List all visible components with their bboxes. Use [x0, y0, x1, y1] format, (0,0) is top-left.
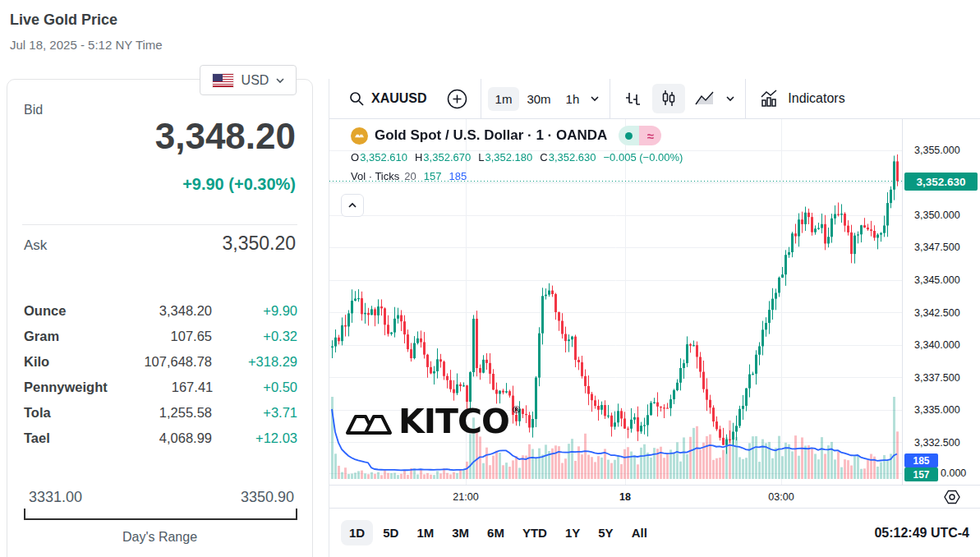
- unit-value: 3,348.20: [105, 303, 212, 319]
- chart-legend: Gold Spot / U.S. Dollar · 1 · OANDA ≈ O3…: [351, 126, 683, 182]
- range-1d-button[interactable]: 1D: [341, 520, 373, 545]
- symbol-search-button[interactable]: XAUUSD: [342, 85, 434, 112]
- settings-hexagon-icon: [943, 488, 961, 506]
- day-range-label: Day's Range: [7, 530, 312, 545]
- kitco-watermark: KITCO ®: [344, 403, 521, 441]
- price-tick: 3,342.500: [914, 307, 960, 319]
- currency-label: USD: [242, 73, 269, 88]
- page-subtitle: Jul 18, 2025 - 5:12 NY Time: [10, 38, 163, 52]
- table-row-kilo: Kilo 107,648.78 +318.29: [24, 349, 297, 375]
- range-toolbar: 1D 5D 1M 3M 6M YTD 1Y 5Y All 05:12:49 UT…: [329, 508, 980, 557]
- bid-value: 3,348.20: [155, 116, 296, 157]
- unit-label: Kilo: [24, 354, 105, 370]
- volume-ma-teal: 157: [424, 170, 442, 182]
- toolbar-divider: [610, 79, 610, 119]
- close-value: 3,352.630: [549, 151, 596, 163]
- range-all-button[interactable]: All: [623, 520, 656, 545]
- price-tick: 3,347.500: [914, 242, 960, 253]
- bid-change: +9.90 (+0.30%): [182, 175, 296, 194]
- unit-change: +9.90: [212, 303, 297, 319]
- chevron-down-icon: [725, 94, 735, 104]
- unit-value: 107,648.78: [105, 354, 212, 370]
- unit-label: Ounce: [24, 303, 105, 319]
- interval-30m-button[interactable]: 30m: [519, 87, 558, 111]
- unit-change: +0.50: [213, 380, 297, 395]
- unit-change: +12.03: [212, 430, 297, 446]
- unit-value: 107.65: [105, 329, 212, 344]
- range-5y-button[interactable]: 5Y: [590, 520, 621, 545]
- approx-price-badge[interactable]: ≈: [639, 126, 661, 145]
- indicators-button[interactable]: Indicators: [752, 84, 851, 113]
- chart-style-bars-button[interactable]: [617, 84, 650, 113]
- volume-param: 20: [404, 170, 416, 182]
- unit-change: +318.29: [212, 354, 297, 370]
- time-axis[interactable]: 21:00 18 03:00: [329, 485, 980, 508]
- range-1y-button[interactable]: 1Y: [557, 520, 588, 545]
- volume-ma-badge-teal: 157: [904, 467, 938, 481]
- last-price-badge: 3,352.630: [904, 173, 978, 191]
- price-tick: 3,332.500: [914, 437, 960, 449]
- range-ytd-button[interactable]: YTD: [514, 520, 555, 545]
- day-range-high: 3350.90: [241, 489, 294, 506]
- price-tick: 3,345.000: [914, 274, 960, 286]
- interval-menu-button[interactable]: [587, 89, 603, 108]
- volume-row: Vol · Ticks20157185: [351, 170, 683, 182]
- range-6m-button[interactable]: 6M: [479, 520, 513, 545]
- plus-circle-icon: [447, 89, 467, 109]
- volume-ma-badge-blue: 185: [904, 453, 938, 467]
- kitco-logo-text: KITCO: [398, 403, 509, 440]
- time-tick: 21:00: [453, 491, 478, 503]
- bid-label: Bid: [24, 103, 43, 117]
- price-tick-zero: 0.000: [941, 467, 966, 479]
- open-value: 3,352.610: [360, 151, 407, 163]
- price-tick: 3,355.000: [914, 145, 960, 156]
- page-title: Live Gold Price: [10, 12, 117, 29]
- bars-style-icon: [623, 89, 643, 108]
- time-tick-day: 18: [619, 491, 631, 503]
- range-5d-button[interactable]: 5D: [375, 520, 407, 545]
- area-style-icon: [694, 89, 715, 108]
- table-row-ounce: Ounce 3,348.20 +9.90: [24, 298, 297, 324]
- range-3m-button[interactable]: 3M: [444, 520, 477, 545]
- compare-add-symbol-button[interactable]: [440, 84, 474, 114]
- unit-label: Gram: [24, 329, 105, 344]
- unit-label: Pennyweight: [24, 380, 108, 395]
- indicators-label: Indicators: [788, 91, 844, 106]
- symbol-name: XAUUSD: [371, 91, 427, 106]
- day-range-low: 3331.00: [29, 489, 82, 506]
- kitco-goldbars-icon: [344, 403, 395, 441]
- collapse-legend-button[interactable]: [341, 194, 364, 217]
- units-table: Ounce 3,348.20 +9.90 Gram 107.65 +0.32 K…: [24, 298, 297, 451]
- change-value: −0.005 (−0.00%): [604, 151, 683, 163]
- chart-module: XAUUSD 1m 30m 1h Indicators: [329, 79, 980, 557]
- quote-card: Bid 3,348.20 +9.90 (+0.30%) Ask 3,350.20…: [7, 79, 313, 557]
- gold-symbol-icon: [351, 127, 368, 145]
- interval-1h-button[interactable]: 1h: [559, 87, 587, 111]
- candles-style-icon: [659, 89, 679, 108]
- currency-selector[interactable]: USD: [200, 65, 297, 95]
- market-status: ≈: [619, 126, 661, 145]
- chart-style-area-button[interactable]: [688, 84, 722, 113]
- price-axis[interactable]: 3,355.000 3,350.000 3,347.500 3,345.000 …: [902, 119, 980, 485]
- data-status-dot[interactable]: [619, 126, 639, 145]
- chevron-down-icon: [276, 76, 284, 85]
- unit-value: 167.41: [108, 380, 213, 395]
- table-row-gram: Gram 107.65 +0.32: [24, 324, 297, 349]
- chart-style-menu-button[interactable]: [722, 89, 738, 108]
- chart-settings-button[interactable]: [943, 488, 961, 509]
- chevron-down-icon: [590, 94, 600, 104]
- price-tick: 3,337.500: [914, 372, 960, 384]
- ask-label: Ask: [24, 237, 47, 254]
- toolbar-divider: [745, 79, 746, 119]
- range-1m-button[interactable]: 1M: [408, 520, 442, 545]
- high-value: 3,352.670: [423, 151, 471, 163]
- unit-label: Tola: [24, 405, 105, 421]
- chart-clock[interactable]: 05:12:49 UTC-4: [874, 526, 969, 541]
- volume-ma-blue: 185: [449, 170, 467, 182]
- chevron-up-icon: [347, 200, 357, 210]
- divider: [22, 224, 297, 225]
- table-row-tola: Tola 1,255.58 +3.71: [24, 400, 297, 426]
- interval-1m-button[interactable]: 1m: [488, 87, 520, 111]
- volume-label: Vol · Ticks: [351, 170, 399, 182]
- chart-style-candles-button[interactable]: [652, 84, 685, 113]
